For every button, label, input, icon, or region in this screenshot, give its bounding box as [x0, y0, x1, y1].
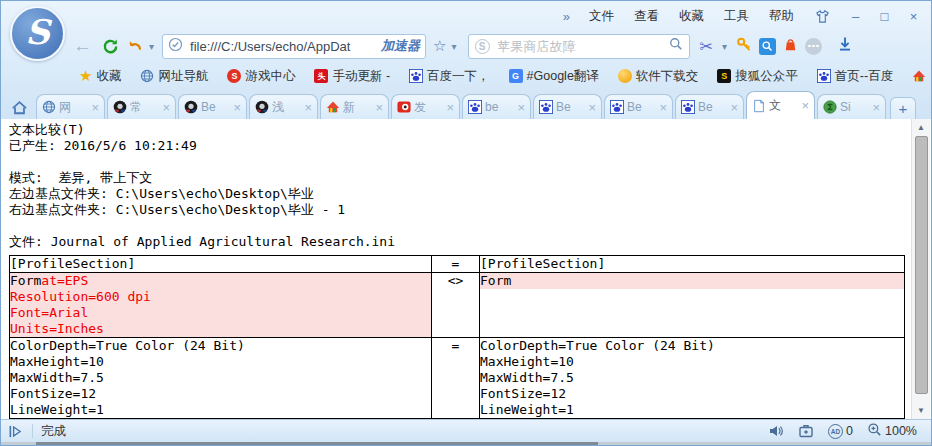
menu-file[interactable]: 文件: [580, 5, 623, 28]
diff-line: ColorDepth=True Color (24 Bit): [480, 338, 904, 354]
diff-right-cell: ColorDepth=True Color (24 Bit)MaxHeight=…: [480, 338, 905, 419]
shopping-bag-icon[interactable]: [783, 37, 798, 56]
new-tab-button[interactable]: +: [890, 97, 916, 119]
tab-close-icon[interactable]: ×: [872, 101, 880, 114]
diff-text: MaxHeight=10: [10, 354, 104, 369]
bookmark-item-1[interactable]: 网址导航: [140, 68, 208, 85]
search-box[interactable]: S: [468, 34, 690, 59]
tab-2[interactable]: Be×: [178, 94, 247, 119]
tab-close-icon[interactable]: ×: [91, 101, 99, 114]
tab-close-icon[interactable]: ×: [730, 101, 738, 114]
tab-label: Be: [201, 100, 230, 114]
ad-count: 0: [846, 424, 853, 438]
tab-4[interactable]: 新×: [320, 94, 389, 119]
bookmark-item-6[interactable]: 软件下载交: [618, 68, 699, 85]
menu-tools[interactable]: 工具: [715, 5, 758, 28]
zoom-control[interactable]: 100%: [867, 422, 917, 441]
ad-shield-icon: AD: [828, 424, 843, 439]
bookmark-label: #Google翻译: [527, 68, 599, 85]
tab-0[interactable]: 网×: [36, 94, 105, 119]
tab-close-icon[interactable]: ×: [659, 101, 667, 114]
app-box-icon[interactable]: [798, 423, 814, 439]
scroll-down-icon[interactable]: ▼: [912, 403, 930, 418]
refresh-icon[interactable]: [98, 38, 123, 55]
close-button[interactable]: ×: [900, 7, 927, 26]
bookmark-dropdown-icon[interactable]: ▾: [449, 41, 458, 52]
search-input[interactable]: [496, 38, 663, 55]
menu-view[interactable]: 查看: [625, 5, 668, 28]
tab-9[interactable]: Be×: [675, 94, 744, 119]
bookmark-item-9[interactable]: 新浪: [912, 68, 927, 85]
menu-overflow-icon[interactable]: »: [555, 9, 578, 24]
tab-11[interactable]: Si×: [817, 94, 886, 119]
bookmark-label: 网址导航: [158, 68, 208, 85]
sidebar-toggle-icon[interactable]: [7, 424, 24, 439]
vertical-scrollbar[interactable]: ▲ ▼: [911, 119, 930, 419]
menu-favorites[interactable]: 收藏: [670, 5, 713, 28]
bookmark-item-0[interactable]: ★收藏: [79, 67, 121, 85]
undo-dropdown-icon[interactable]: ▾: [147, 41, 156, 52]
horizontal-scrollbar-thumb[interactable]: [36, 442, 598, 446]
diff-row-0: [ProfileSection]=[ProfileSection]: [10, 256, 905, 273]
more-tools-icon[interactable]: [805, 38, 822, 55]
tab-close-icon[interactable]: ×: [517, 101, 525, 114]
bookmark-item-5[interactable]: G#Google翻译: [509, 68, 599, 85]
diff-line: FontSize=12: [10, 386, 431, 402]
diff-line: LineWeight=1: [480, 402, 904, 418]
tab-10-active[interactable]: 文×: [746, 91, 815, 119]
paw-icon: [681, 100, 695, 114]
bookmark-item-4[interactable]: 百度一下，: [409, 68, 490, 85]
paw-icon: [610, 100, 624, 114]
diff-row-1: Format=EPSResolution=600 dpiFont=ArialUn…: [10, 273, 905, 338]
toolbar-extensions: ✂ ▾: [700, 36, 857, 56]
tab-6[interactable]: be×: [462, 94, 531, 119]
download-icon[interactable]: [837, 36, 853, 56]
image-search-icon[interactable]: [759, 38, 776, 55]
tab-label: 常: [130, 99, 159, 116]
bookmark-item-7[interactable]: S搜狐公众平: [717, 68, 798, 85]
diff-text: LineWeight=1: [480, 402, 574, 417]
red-cam-icon: [397, 100, 411, 114]
speaker-icon[interactable]: [768, 423, 784, 439]
sogou-search-icon: S: [475, 39, 490, 54]
tab-8[interactable]: Be×: [604, 94, 673, 119]
bookmark-label: 游戏中心: [245, 68, 295, 85]
accelerator-badge[interactable]: 加速器: [381, 37, 420, 55]
tab-close-icon[interactable]: ×: [801, 99, 809, 112]
home-icon[interactable]: [5, 95, 33, 119]
menu-help[interactable]: 帮助: [760, 5, 803, 28]
diff-changed-text: Resolution=600 dpi: [10, 289, 151, 304]
tab-close-icon[interactable]: ×: [446, 101, 454, 114]
diff-line: [480, 321, 904, 337]
search-magnifier-icon[interactable]: [669, 37, 683, 55]
password-key-icon[interactable]: [736, 36, 752, 56]
minimize-button[interactable]: –: [842, 7, 869, 26]
tab-close-icon[interactable]: ×: [588, 101, 596, 114]
tab-close-icon[interactable]: ×: [233, 101, 241, 114]
bookmark-item-2[interactable]: S游戏中心: [227, 68, 295, 85]
ad-blocker-counter[interactable]: AD 0: [828, 424, 853, 439]
tab-close-icon[interactable]: ×: [375, 101, 383, 114]
sogou-logo[interactable]: S: [10, 6, 65, 61]
maximize-button[interactable]: □: [871, 7, 898, 26]
tab-7[interactable]: Be×: [533, 94, 602, 119]
bookmark-star-icon[interactable]: ☆: [426, 37, 449, 55]
tab-3[interactable]: 浅×: [249, 94, 318, 119]
screenshot-scissors-icon[interactable]: ✂: [700, 37, 713, 56]
horizontal-scrollbar[interactable]: [1, 442, 931, 446]
address-bar[interactable]: 加速器: [162, 34, 426, 59]
bookmark-item-3[interactable]: 头手动更新 -: [314, 68, 390, 85]
bookmark-item-8[interactable]: 首页--百度: [817, 68, 893, 85]
undo-icon[interactable]: [123, 38, 147, 54]
tab-5[interactable]: 发×: [391, 94, 460, 119]
skin-shirt-icon[interactable]: [805, 9, 840, 24]
tab-close-icon[interactable]: ×: [162, 101, 170, 114]
vertical-scrollbar-thumb[interactable]: [915, 136, 928, 394]
report-left-base: 左边基点文件夹: C:\Users\echo\Desktop\毕业: [1, 186, 931, 202]
tab-close-icon[interactable]: ×: [304, 101, 312, 114]
back-icon[interactable]: ←: [71, 35, 98, 57]
scroll-up-icon[interactable]: ▲: [912, 120, 930, 135]
screenshot-dropdown-icon[interactable]: ▾: [720, 41, 729, 52]
address-input[interactable]: [188, 38, 376, 55]
tab-1[interactable]: 常×: [107, 94, 176, 119]
